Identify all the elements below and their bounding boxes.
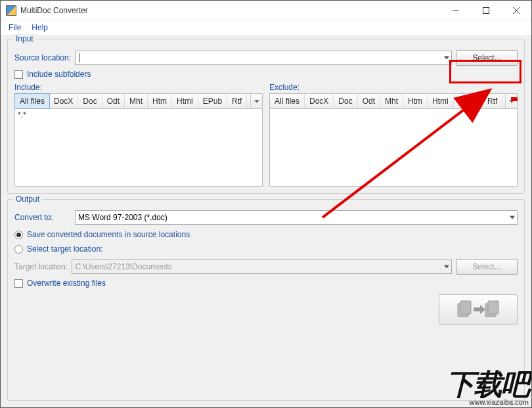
overwrite-checkbox[interactable] bbox=[14, 279, 23, 288]
include-tab-doc[interactable]: Doc bbox=[78, 94, 102, 108]
target-select-button: Select... bbox=[456, 259, 518, 275]
subfolder-row: Include subfolders bbox=[14, 70, 518, 79]
output-group: Output Convert to: MS Word 97-2003 (*.do… bbox=[7, 199, 525, 401]
include-tab-docx[interactable]: DocX bbox=[49, 94, 78, 108]
include-subfolders-checkbox[interactable] bbox=[14, 70, 23, 79]
exclude-tab-overflow[interactable] bbox=[505, 94, 517, 108]
select-target-radio[interactable] bbox=[14, 245, 23, 254]
svg-rect-7 bbox=[488, 301, 499, 314]
svg-rect-8 bbox=[474, 307, 480, 311]
include-tab-epub[interactable]: EPub bbox=[198, 94, 227, 108]
exclude-listbox[interactable] bbox=[269, 109, 518, 187]
convert-label: Convert to: bbox=[14, 213, 71, 222]
chevron-down-icon bbox=[444, 265, 449, 269]
chevron-down-icon bbox=[510, 216, 515, 219]
target-select-label: Select... bbox=[472, 262, 500, 271]
exclude-tab-doc[interactable]: Doc bbox=[334, 94, 357, 108]
source-label: Source location: bbox=[14, 53, 71, 62]
run-row bbox=[14, 294, 518, 325]
select-target-row: Select target location: bbox=[14, 244, 518, 254]
save-in-source-radio[interactable] bbox=[14, 231, 23, 239]
content: Input Source location: Select... Include… bbox=[1, 35, 531, 407]
input-group: Input Source location: Select... Include… bbox=[7, 39, 525, 194]
exclude-tab-rtf[interactable]: Rtf bbox=[483, 94, 502, 108]
svg-rect-1 bbox=[483, 7, 489, 13]
exclude-tabbar: All files DocX Doc Odt Mht Htm Html EPub… bbox=[269, 93, 518, 109]
window-buttons bbox=[441, 1, 531, 20]
include-tab-mht[interactable]: Mht bbox=[125, 94, 148, 108]
exclude-tab-mht[interactable]: Mht bbox=[380, 94, 403, 108]
titlebar: MultiDoc Converter bbox=[1, 1, 531, 20]
output-legend: Output bbox=[13, 194, 42, 204]
target-location-value: C:\Users\27213\Documents bbox=[75, 262, 171, 271]
target-label: Target location: bbox=[14, 262, 68, 271]
source-select-button[interactable]: Select... bbox=[456, 50, 518, 66]
include-listbox[interactable]: *.* bbox=[14, 109, 263, 187]
app-icon bbox=[6, 5, 16, 16]
maximize-button[interactable] bbox=[471, 1, 501, 20]
exclude-column: Exclude: All files DocX Doc Odt Mht Htm … bbox=[269, 83, 518, 187]
overwrite-label: Overwrite existing files bbox=[27, 279, 106, 288]
minimize-button[interactable] bbox=[441, 1, 471, 20]
documents-arrow-icon bbox=[455, 300, 501, 319]
exclude-tab-epub[interactable]: EPub bbox=[454, 94, 483, 108]
exclude-tab-odt[interactable]: Odt bbox=[358, 94, 380, 108]
include-tab-rtf[interactable]: Rtf bbox=[227, 94, 247, 108]
include-tab-html[interactable]: Html bbox=[172, 94, 198, 108]
svg-rect-5 bbox=[460, 301, 471, 314]
convert-row: Convert to: MS Word 97-2003 (*.doc) bbox=[14, 210, 518, 225]
save-in-source-label: Save converted documents in source locat… bbox=[27, 230, 190, 239]
include-label: Include: bbox=[14, 83, 263, 92]
include-tab-overflow[interactable] bbox=[250, 94, 262, 108]
exclude-tab-allfiles[interactable]: All files bbox=[270, 94, 305, 108]
text-cursor bbox=[79, 53, 79, 62]
include-tab-htm[interactable]: Htm bbox=[148, 94, 172, 108]
include-tab-odt[interactable]: Odt bbox=[102, 94, 125, 108]
include-subfolders-label: Include subfolders bbox=[27, 70, 91, 79]
source-location-combo[interactable] bbox=[75, 51, 452, 65]
exclude-tab-htm[interactable]: Htm bbox=[403, 94, 428, 108]
convert-to-value: MS Word 97-2003 (*.doc) bbox=[78, 213, 167, 222]
convert-run-button[interactable] bbox=[439, 294, 518, 325]
include-tabbar: All files DocX Doc Odt Mht Htm Html EPub… bbox=[14, 93, 263, 109]
convert-to-combo[interactable]: MS Word 97-2003 (*.doc) bbox=[75, 210, 518, 225]
input-legend: Input bbox=[13, 34, 36, 43]
chevron-down-icon bbox=[444, 57, 449, 60]
include-column: Include: All files DocX Doc Odt Mht Htm … bbox=[14, 83, 263, 187]
include-pattern: *.* bbox=[18, 110, 259, 120]
window-title: MultiDoc Converter bbox=[20, 6, 441, 15]
overwrite-row: Overwrite existing files bbox=[14, 279, 518, 288]
filter-split: Include: All files DocX Doc Odt Mht Htm … bbox=[14, 83, 518, 187]
save-source-row: Save converted documents in source locat… bbox=[14, 230, 518, 239]
select-target-label: Select target location: bbox=[27, 244, 102, 254]
menubar: File Help bbox=[1, 20, 531, 35]
source-row: Source location: Select... bbox=[14, 50, 518, 66]
exclude-tab-docx[interactable]: DocX bbox=[305, 94, 334, 108]
exclude-label: Exclude: bbox=[269, 83, 518, 92]
menu-help[interactable]: Help bbox=[26, 22, 53, 34]
svg-marker-9 bbox=[480, 305, 485, 314]
source-select-label: Select... bbox=[472, 53, 500, 62]
menu-file[interactable]: File bbox=[3, 22, 26, 34]
exclude-tab-html[interactable]: Html bbox=[428, 94, 454, 108]
target-location-combo: C:\Users\27213\Documents bbox=[72, 260, 452, 274]
include-tab-allfiles[interactable]: All files bbox=[14, 93, 50, 109]
annotation-dot bbox=[511, 97, 518, 101]
target-row: Target location: C:\Users\27213\Document… bbox=[14, 259, 518, 275]
close-button[interactable] bbox=[501, 1, 531, 20]
